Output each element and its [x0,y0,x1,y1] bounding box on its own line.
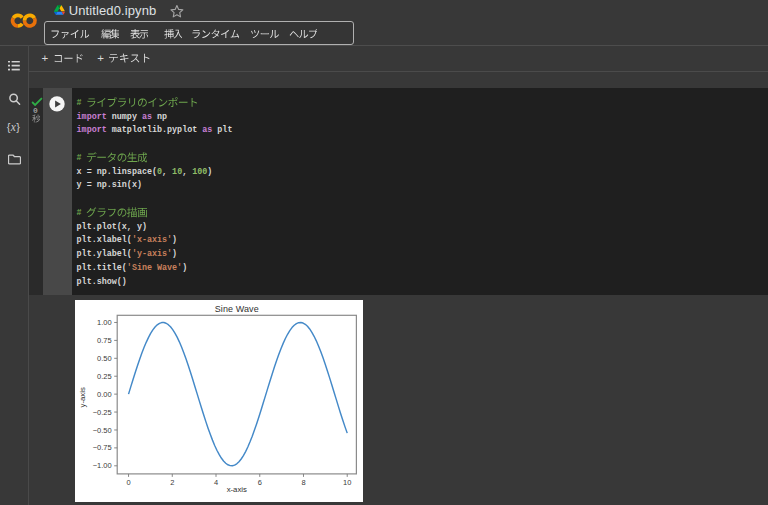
svg-text:2: 2 [170,478,174,487]
svg-text:y-axis: y-axis [77,387,86,407]
svg-text:x-axis: x-axis [226,484,246,493]
svg-text:10: 10 [343,478,351,487]
svg-text:−0.25: −0.25 [93,407,112,416]
svg-text:0: 0 [126,478,130,487]
svg-text:4: 4 [214,478,218,487]
svg-text:−0.75: −0.75 [93,443,112,452]
svg-text:0.75: 0.75 [97,335,112,344]
svg-text:−1.00: −1.00 [93,461,112,470]
svg-text:6: 6 [257,478,261,487]
svg-text:Sine Wave: Sine Wave [215,304,259,314]
svg-text:8: 8 [301,478,305,487]
svg-text:−0.50: −0.50 [93,425,112,434]
svg-text:1.00: 1.00 [97,318,112,327]
svg-text:0.50: 0.50 [97,353,112,362]
svg-text:0.00: 0.00 [97,389,112,398]
svg-text:0.25: 0.25 [97,371,112,380]
